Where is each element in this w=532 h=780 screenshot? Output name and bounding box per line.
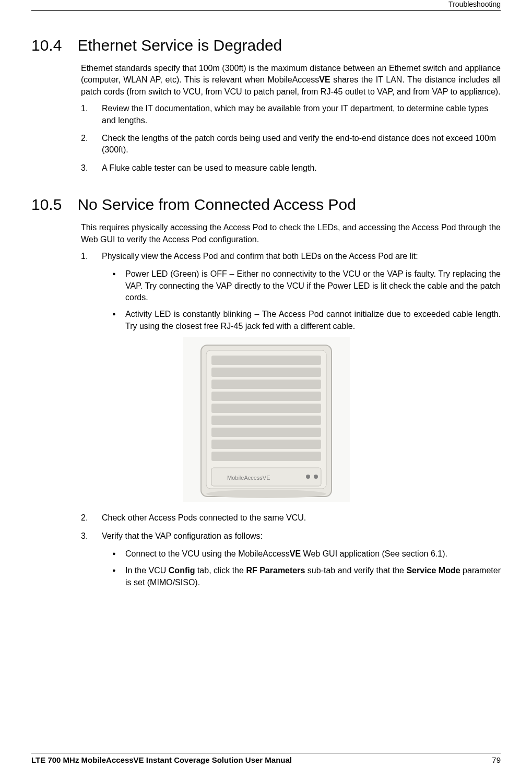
sub-bullets-b: Connect to the VCU using the MobileAcces… bbox=[112, 548, 501, 588]
svg-rect-4 bbox=[211, 368, 321, 377]
step-item: Check other Access Pods connected to the… bbox=[81, 512, 501, 524]
svg-rect-3 bbox=[211, 356, 321, 365]
header-chapter: Troubleshooting bbox=[448, 0, 501, 8]
intro-paragraph-10-4: Ethernet standards specify that 100m (30… bbox=[81, 63, 501, 98]
footer-manual-title: LTE 700 MHz MobileAccessVE Instant Cover… bbox=[31, 755, 292, 764]
bullet-item: In the VCU Config tab, click the RF Para… bbox=[112, 565, 501, 588]
step-item: Review the IT documentation, which may b… bbox=[81, 103, 501, 126]
svg-rect-9 bbox=[211, 428, 321, 437]
section-number: 10.5 bbox=[31, 196, 62, 214]
product-name-bold: VE bbox=[319, 75, 330, 84]
svg-rect-5 bbox=[211, 380, 321, 389]
svg-rect-10 bbox=[211, 440, 321, 449]
bullet-item: Power LED (Green) is OFF – Either no con… bbox=[112, 268, 501, 303]
header-rule bbox=[31, 10, 501, 11]
steps-list-10-5-cont: Check other Access Pods connected to the… bbox=[81, 512, 501, 542]
section-title: No Service from Connected Access Pod bbox=[77, 196, 356, 213]
bullet-item: Connect to the VCU using the MobileAcces… bbox=[112, 548, 501, 560]
intro-paragraph-10-5: This requires physically accessing the A… bbox=[81, 222, 501, 245]
step-item: Physically view the Access Pod and confi… bbox=[81, 251, 501, 262]
access-pod-image: MobileAccessVE bbox=[183, 337, 350, 502]
section-number: 10.4 bbox=[31, 37, 62, 54]
svg-point-14 bbox=[306, 475, 310, 479]
svg-point-16 bbox=[206, 490, 326, 498]
subtab-name-bold: RF Parameters bbox=[246, 566, 305, 575]
svg-rect-6 bbox=[211, 392, 321, 401]
svg-point-15 bbox=[314, 475, 318, 479]
page-content: 10.4Ethernet Service is Degraded Etherne… bbox=[31, 0, 501, 588]
tab-name-bold: Config bbox=[169, 566, 195, 575]
svg-rect-11 bbox=[211, 452, 321, 461]
section-title: Ethernet Service is Degraded bbox=[77, 37, 282, 54]
bullet-text-cont: Web GUI application (See section 6.1). bbox=[301, 549, 447, 558]
footer-page-number: 79 bbox=[492, 755, 501, 764]
step-item: A Fluke cable tester can be used to meas… bbox=[81, 162, 501, 174]
sub-bullets-a: Power LED (Green) is OFF – Either no con… bbox=[112, 268, 501, 332]
bullet-text: Connect to the VCU using the MobileAcces… bbox=[125, 549, 290, 558]
product-name-bold: VE bbox=[290, 549, 301, 558]
section-heading-10-5: 10.5No Service from Connected Access Pod bbox=[31, 196, 501, 214]
bullet-text: sub-tab and verify that the bbox=[305, 566, 406, 575]
steps-list-10-4: Review the IT documentation, which may b… bbox=[81, 103, 501, 174]
bullet-text: In the VCU bbox=[125, 566, 169, 575]
step-item: Verify that the VAP configuration as fol… bbox=[81, 530, 501, 542]
bullet-text: tab, click the bbox=[195, 566, 246, 575]
param-name-bold: Service Mode bbox=[406, 566, 460, 575]
footer-rule bbox=[31, 753, 501, 753]
svg-rect-7 bbox=[211, 404, 321, 413]
section-heading-10-4: 10.4Ethernet Service is Degraded bbox=[31, 37, 501, 54]
step-item: Check the lengths of the patch cords bei… bbox=[81, 133, 501, 156]
steps-list-10-5: Physically view the Access Pod and confi… bbox=[81, 251, 501, 262]
svg-rect-8 bbox=[211, 416, 321, 425]
page-footer: LTE 700 MHz MobileAccessVE Instant Cover… bbox=[31, 753, 501, 764]
bullet-item: Activity LED is constantly blinking – Th… bbox=[112, 309, 501, 332]
svg-text:MobileAccessVE: MobileAccessVE bbox=[227, 475, 270, 481]
